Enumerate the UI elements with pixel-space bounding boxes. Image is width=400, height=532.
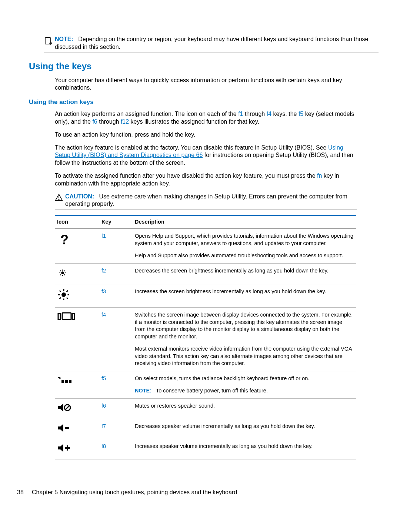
- mute-icon: [55, 399, 99, 419]
- switch-display-icon: [55, 307, 99, 371]
- row-description: Increases the screen brightness incremen…: [135, 288, 354, 295]
- svg-point-2: [59, 199, 59, 199]
- volume-down-icon: [55, 419, 99, 439]
- paragraph-4: To activate the assigned function after …: [55, 172, 357, 188]
- table-row: ? f1 Opens Help and Support, which provi…: [55, 229, 356, 264]
- section-heading-using-keys: Using the keys: [29, 61, 379, 71]
- key-label: f5: [99, 371, 133, 398]
- action-keys-table: Icon Key Description ? f1 Opens Help and…: [55, 215, 356, 459]
- svg-line-19: [60, 298, 61, 299]
- row-description: Mutes or restores speaker sound.: [135, 402, 354, 410]
- caution-text: CAUTION: Use extreme care when making ch…: [65, 193, 357, 208]
- paragraph-3: The action key feature is enabled at the…: [55, 144, 357, 167]
- svg-point-12: [61, 292, 66, 297]
- table-row: f2 Decreases the screen brightness incre…: [55, 263, 356, 284]
- keycap-f12: f12: [121, 118, 129, 125]
- table-row: f5 On select models, turns the radiance …: [55, 371, 356, 398]
- note-text: To conserve battery power, turn off this…: [156, 388, 268, 394]
- caution-label: CAUTION:: [65, 193, 94, 200]
- key-label: f7: [99, 419, 133, 439]
- svg-rect-22: [62, 313, 71, 319]
- table-row: f4 Switches the screen image between dis…: [55, 307, 356, 371]
- row-description: Help and Support also provides automated…: [135, 252, 354, 260]
- caution-body: Use extreme care when making changes in …: [65, 193, 347, 207]
- volume-up-icon: [55, 439, 99, 459]
- svg-rect-21: [58, 314, 60, 319]
- svg-line-26: [60, 377, 61, 378]
- brightness-down-icon: [55, 263, 99, 284]
- row-description: Opens Help and Support, which provides t…: [135, 232, 354, 247]
- col-header-description: Description: [133, 215, 356, 229]
- intro-paragraph: Your computer has different ways to quic…: [55, 77, 357, 92]
- help-icon: ?: [55, 229, 99, 264]
- svg-line-20: [67, 291, 68, 292]
- brightness-up-icon: [55, 284, 99, 308]
- svg-rect-27: [61, 380, 64, 383]
- caution-callout: CAUTION: Use extreme care when making ch…: [55, 193, 357, 210]
- keyboard-backlight-icon: [55, 371, 99, 398]
- row-description: Most external monitors receive video inf…: [135, 345, 354, 367]
- svg-line-8: [60, 271, 61, 271]
- note-body: Depending on the country or region, your…: [55, 36, 368, 50]
- svg-rect-28: [65, 380, 68, 383]
- row-description: Decreases the screen brightness incremen…: [135, 267, 354, 275]
- note-callout: NOTE: Depending on the country or region…: [44, 36, 379, 53]
- table-row: f6 Mutes or restores speaker sound.: [55, 399, 356, 419]
- note-label: NOTE:: [55, 36, 73, 42]
- note-icon: [44, 36, 55, 45]
- svg-rect-29: [69, 380, 71, 383]
- note-label: NOTE:: [135, 388, 151, 394]
- key-label: f1: [99, 229, 133, 264]
- table-row: f7 Decreases speaker volume incrementall…: [55, 419, 356, 439]
- svg-rect-32: [65, 427, 69, 429]
- svg-line-25: [58, 377, 59, 378]
- caution-icon: [55, 193, 65, 201]
- table-row: f8 Increases speaker volume incrementall…: [55, 439, 356, 459]
- row-description: Increases speaker volume incrementally a…: [135, 443, 354, 450]
- svg-line-17: [60, 291, 61, 292]
- key-label: f2: [99, 263, 133, 284]
- svg-line-9: [64, 274, 65, 275]
- page-number: 38: [17, 489, 32, 496]
- svg-line-31: [65, 405, 70, 410]
- paragraph-2: To use an action key function, press and…: [55, 131, 357, 139]
- page-footer: 38 Chapter 5 Navigating using touch gest…: [21, 489, 379, 496]
- col-header-key: Key: [99, 215, 133, 229]
- key-label: f4: [99, 307, 133, 371]
- col-header-icon: Icon: [55, 215, 99, 229]
- table-row: f3 Increases the screen brightness incre…: [55, 284, 356, 308]
- svg-point-3: [61, 271, 64, 274]
- row-note: NOTE: To conserve battery power, turn of…: [135, 387, 354, 395]
- keycap-f5: f5: [299, 111, 303, 117]
- table-header-row: Icon Key Description: [55, 215, 356, 229]
- row-description: Decreases speaker volume incrementally a…: [135, 423, 354, 430]
- keycap-fn: fn: [317, 173, 322, 179]
- svg-rect-23: [72, 314, 74, 319]
- keycap-f4: f4: [267, 111, 271, 117]
- keycap-f1: f1: [238, 111, 243, 117]
- key-label: f3: [99, 284, 133, 308]
- key-label: f8: [99, 439, 133, 459]
- key-label: f6: [99, 399, 133, 419]
- svg-line-10: [60, 274, 61, 275]
- paragraph-1: An action key performs an assigned funct…: [55, 110, 357, 126]
- row-description: On select models, turns the radiance bac…: [135, 375, 354, 382]
- keycap-f6: f6: [92, 118, 97, 125]
- svg-line-11: [64, 271, 65, 271]
- subsection-heading-action-keys: Using the action keys: [29, 98, 379, 106]
- chapter-title: Chapter 5 Navigating using touch gesture…: [32, 489, 237, 496]
- svg-line-18: [67, 298, 68, 299]
- note-text: NOTE: Depending on the country or region…: [55, 36, 379, 51]
- svg-rect-34: [67, 445, 68, 451]
- row-description: Switches the screen image between displa…: [135, 311, 354, 340]
